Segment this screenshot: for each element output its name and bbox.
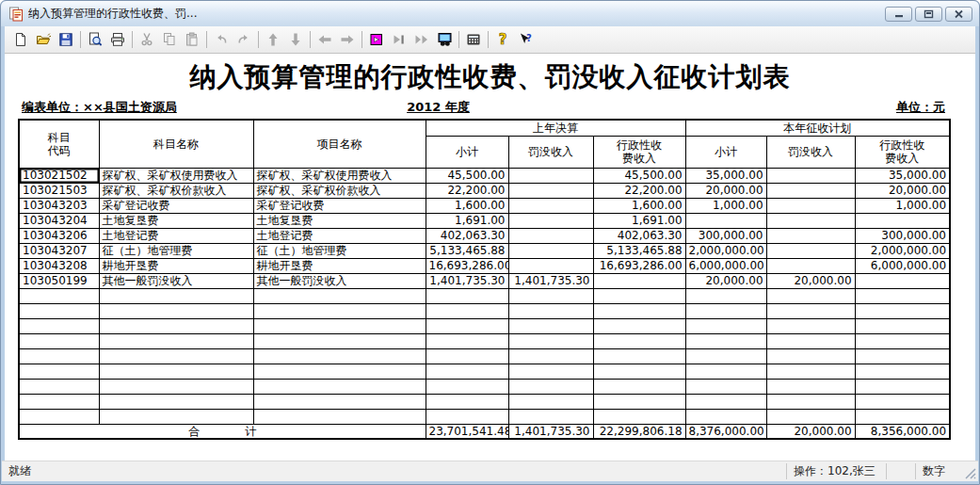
grid-cell[interactable] xyxy=(253,333,426,348)
copy-button[interactable] xyxy=(158,28,181,51)
grid-cell[interactable]: 1,401,735.30 xyxy=(508,273,593,288)
grid-cell[interactable] xyxy=(855,364,950,379)
close-button[interactable] xyxy=(945,7,972,22)
grid-cell[interactable]: 探矿权、采矿权使用费收入 xyxy=(253,168,426,183)
grid-cell[interactable] xyxy=(685,394,766,409)
grid-cell[interactable]: 16,693,286.00 xyxy=(426,258,508,273)
grid-cell[interactable]: 采矿登记收费 xyxy=(253,198,426,213)
grid-cell[interactable] xyxy=(685,303,766,318)
grid-cell[interactable] xyxy=(593,273,685,288)
grid-cell[interactable] xyxy=(426,348,508,364)
grid-cell[interactable]: 探矿权、采矿权使用费收入 xyxy=(99,168,253,183)
grid-cell[interactable] xyxy=(19,348,99,364)
grid-cell[interactable] xyxy=(99,364,253,379)
grid-cell[interactable]: 2,000,000.00 xyxy=(855,243,950,258)
grid-cell[interactable]: 103043207 xyxy=(19,243,99,258)
grid-cell[interactable]: 45,500.00 xyxy=(426,168,508,183)
grid-cell[interactable] xyxy=(855,318,950,333)
grid-cell[interactable]: 土地复垦费 xyxy=(99,213,253,228)
grid-cell[interactable]: 22,200.00 xyxy=(593,183,685,198)
grid-cell[interactable] xyxy=(855,379,950,394)
grid-cell[interactable] xyxy=(855,394,950,409)
grid-cell[interactable] xyxy=(253,409,426,424)
grid-cell[interactable]: 耕地开垦费 xyxy=(253,258,426,273)
grid-cell[interactable] xyxy=(253,348,426,364)
grid-cell[interactable]: 402,063.30 xyxy=(593,228,685,243)
grid-cell[interactable] xyxy=(685,288,766,303)
grid-cell[interactable]: 20,000.00 xyxy=(766,273,855,288)
move-up-button[interactable] xyxy=(262,28,284,51)
grid-cell[interactable]: 1,691.00 xyxy=(426,213,508,228)
grid-cell[interactable] xyxy=(99,379,253,394)
next-record-button[interactable] xyxy=(336,28,359,51)
grid-cell[interactable] xyxy=(19,394,99,409)
grid-cell[interactable] xyxy=(508,258,593,273)
cut-button[interactable] xyxy=(136,28,158,51)
grid-cell[interactable] xyxy=(99,348,253,364)
grid-cell[interactable] xyxy=(855,303,950,318)
grid-cell[interactable] xyxy=(253,394,426,409)
grid-cell[interactable]: 耕地开垦费 xyxy=(99,258,253,273)
grid-cell[interactable]: 103021503 xyxy=(19,183,99,198)
move-down-button[interactable] xyxy=(284,28,307,51)
find-record-button[interactable] xyxy=(433,28,456,51)
grid-cell[interactable] xyxy=(593,348,685,364)
grid-cell[interactable] xyxy=(508,198,593,213)
grid-cell[interactable] xyxy=(508,288,593,303)
restore-button[interactable] xyxy=(915,7,942,22)
grid-cell[interactable] xyxy=(855,333,950,348)
grid-cell[interactable] xyxy=(253,364,426,379)
minimize-button[interactable] xyxy=(885,7,912,22)
grid-cell[interactable] xyxy=(766,258,855,273)
grid-cell[interactable] xyxy=(855,288,950,303)
grid-cell[interactable] xyxy=(508,213,593,228)
grid-cell[interactable] xyxy=(766,243,855,258)
grid-cell[interactable] xyxy=(19,409,99,424)
grid-cell[interactable]: 其他一般罚没收入 xyxy=(253,273,426,288)
grid-cell[interactable] xyxy=(99,288,253,303)
grid-cell[interactable] xyxy=(766,379,855,394)
grid-cell[interactable] xyxy=(855,213,950,228)
prev-record-button[interactable] xyxy=(313,28,336,51)
grid-cell[interactable] xyxy=(508,394,593,409)
undo-button[interactable] xyxy=(210,28,233,51)
grid-cell[interactable] xyxy=(593,333,685,348)
grid-cell[interactable]: 103021502 xyxy=(19,168,99,183)
grid-cell[interactable] xyxy=(508,243,593,258)
grid-cell[interactable] xyxy=(766,168,855,183)
grid-cell[interactable] xyxy=(685,318,766,333)
redo-button[interactable] xyxy=(233,28,255,51)
grid-cell[interactable]: 20,000.00 xyxy=(855,183,950,198)
grid-cell[interactable] xyxy=(685,409,766,424)
grid-cell[interactable] xyxy=(508,333,593,348)
grid-cell[interactable] xyxy=(685,333,766,348)
grid-cell[interactable]: 300,000.00 xyxy=(685,228,766,243)
help-button[interactable]: ? xyxy=(491,28,514,51)
grid-cell[interactable] xyxy=(19,379,99,394)
grid-cell[interactable]: 1,401,735.30 xyxy=(426,273,508,288)
grid-cell[interactable] xyxy=(426,394,508,409)
print-preview-button[interactable] xyxy=(84,28,106,51)
save-button[interactable] xyxy=(55,28,77,51)
grid-cell[interactable] xyxy=(99,303,253,318)
grid-cell[interactable] xyxy=(593,409,685,424)
grid-cell[interactable] xyxy=(685,379,766,394)
fast-forward-button[interactable] xyxy=(410,28,433,51)
paste-button[interactable] xyxy=(181,28,203,51)
grid-cell[interactable]: 20,000.00 xyxy=(685,273,766,288)
grid-cell[interactable]: 土地登记费 xyxy=(99,228,253,243)
grid-cell[interactable]: 402,063.30 xyxy=(426,228,508,243)
grid-cell[interactable] xyxy=(19,333,99,348)
grid-cell[interactable] xyxy=(766,303,855,318)
grid-cell[interactable] xyxy=(99,333,253,348)
grid-cell[interactable]: 35,000.00 xyxy=(855,168,950,183)
grid-cell[interactable] xyxy=(593,364,685,379)
grid-cell[interactable]: 1,691.00 xyxy=(593,213,685,228)
grid-cell[interactable] xyxy=(508,183,593,198)
calculator-button[interactable] xyxy=(462,28,485,51)
grid-cell[interactable] xyxy=(426,333,508,348)
grid-cell[interactable] xyxy=(426,318,508,333)
grid-cell[interactable] xyxy=(766,213,855,228)
grid-cell[interactable] xyxy=(19,364,99,379)
grid-cell[interactable] xyxy=(99,394,253,409)
